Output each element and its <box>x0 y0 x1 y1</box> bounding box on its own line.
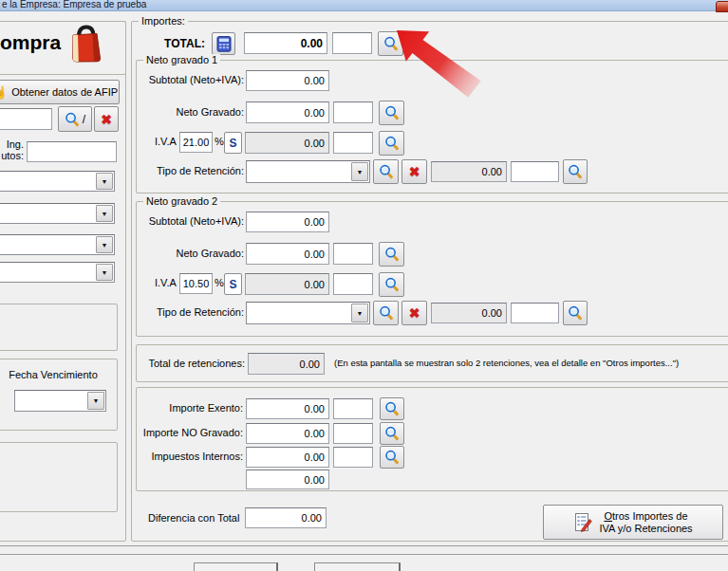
neto-gravado-field[interactable] <box>246 243 329 265</box>
combo-3[interactable]: ▼ <box>0 234 115 255</box>
extra-amount-field[interactable] <box>246 470 329 489</box>
clear-search-button[interactable]: ✖ <box>94 106 119 132</box>
impuestos-internos-aux-field[interactable] <box>333 447 373 468</box>
total-search-button[interactable] <box>378 31 403 56</box>
bottom-partial-button-1[interactable] <box>194 562 278 571</box>
importe-no-gravado-aux-field[interactable] <box>333 423 373 444</box>
neto-gravado-label: Neto Gravado: <box>139 248 244 260</box>
retencion-search-button-2[interactable] <box>563 159 588 184</box>
search-icon <box>379 164 394 179</box>
impuestos-internos-label: Impuestos Internos: <box>137 451 243 463</box>
total-aux-field[interactable] <box>332 32 372 54</box>
iva-s-button[interactable]: S <box>224 273 242 295</box>
importe-exento-field[interactable] <box>246 398 329 419</box>
iva-search-button[interactable] <box>379 272 404 297</box>
search-icon <box>568 305 583 321</box>
bottom-partial-button-2[interactable] <box>314 562 401 571</box>
otros-importes-button[interactable]: Otros Importes deIVA y/o Retenciones <box>543 505 723 540</box>
combo-1[interactable]: ▼ <box>0 171 115 192</box>
retenciones-note: (En esta pantalla se muestran solo 2 ret… <box>334 358 679 368</box>
retencion-delete-button[interactable]: ✖ <box>401 159 427 184</box>
total-amount-field[interactable] <box>244 32 327 54</box>
fecha-vencimiento-box: Fecha Vencimiento ▼ <box>0 359 118 431</box>
iva-s-button[interactable]: S <box>224 132 242 154</box>
retencion-aux-field[interactable] <box>511 161 559 182</box>
iva-amount-field <box>245 273 329 295</box>
chevron-down-icon[interactable]: ▼ <box>351 304 368 322</box>
subtotal-field[interactable] <box>246 70 329 91</box>
retencion-search-button-2[interactable] <box>563 301 588 325</box>
diferencia-field[interactable] <box>245 507 327 528</box>
iva-label: I.V.A <box>155 136 177 148</box>
left-box-c <box>0 442 118 512</box>
chevron-down-icon[interactable]: ▼ <box>351 162 368 181</box>
search-input[interactable] <box>0 108 52 130</box>
combo-3-value <box>0 237 97 252</box>
importe-no-gravado-field[interactable] <box>246 423 329 444</box>
chevron-down-icon[interactable]: ▼ <box>96 236 113 253</box>
iva-label: I.V.A <box>155 277 177 289</box>
delete-x-icon: ✖ <box>409 306 420 320</box>
hand-pointer-icon: ☝ <box>0 85 8 100</box>
retencion-delete-button[interactable]: ✖ <box>401 301 427 325</box>
iva-amount-field <box>245 132 329 154</box>
importe-exento-label: Importe Exento: <box>137 402 243 414</box>
importe-exento-search-button[interactable] <box>380 397 404 420</box>
diferencia-label: Diferencia con Total <box>148 512 239 525</box>
shopping-bag-icon <box>67 25 103 63</box>
fecha-vencimiento-value <box>18 393 88 409</box>
total-retenciones-field <box>248 353 325 375</box>
tipo-retencion-combo[interactable]: ▼ <box>246 160 370 183</box>
search-icon <box>568 164 583 179</box>
search-icon <box>384 401 400 416</box>
calculator-button[interactable] <box>212 32 235 55</box>
impuestos-internos-field[interactable] <box>246 447 329 468</box>
combo-2[interactable]: ▼ <box>0 203 115 224</box>
tipo-retencion-combo[interactable]: ▼ <box>246 302 370 324</box>
calculator-icon <box>216 36 232 52</box>
fecha-vencimiento-label: Fecha Vencimiento <box>1 369 105 381</box>
importe-no-gravado-search-button[interactable] <box>380 422 404 445</box>
iva-pct-input[interactable] <box>179 132 213 153</box>
pct-sign: % <box>215 277 224 289</box>
chevron-down-icon[interactable]: ▼ <box>87 392 104 410</box>
chevron-down-icon[interactable]: ▼ <box>96 264 113 281</box>
tipo-retencion-value <box>250 304 352 322</box>
combo-4[interactable]: ▼ <box>0 262 115 283</box>
neto-gravado-aux-field[interactable] <box>333 243 373 265</box>
afip-button-label: Obtener datos de AFIP <box>11 86 118 98</box>
close-button[interactable] <box>716 1 728 12</box>
ing-brutos-input[interactable] <box>27 141 117 162</box>
delete-x-icon: ✖ <box>409 165 420 178</box>
neto-gravado-search-button[interactable] <box>379 242 404 267</box>
retencion-search-button[interactable] <box>373 159 399 184</box>
ing-brutos-label-line2: utos: <box>0 150 24 162</box>
importe-exento-aux-field[interactable] <box>333 398 373 419</box>
s-label: S <box>229 137 236 150</box>
neto-gravado-search-button[interactable] <box>379 101 404 125</box>
total-retenciones-label: Total de retenciones: <box>140 358 245 370</box>
total-retenciones-box: Total de retenciones: (En esta pantalla … <box>136 344 728 382</box>
title-bar: e la Empresa: Empresa de prueba <box>0 0 728 11</box>
chevron-down-icon[interactable]: ▼ <box>96 205 113 222</box>
neto-gravado-aux-field[interactable] <box>333 101 373 123</box>
fecha-vencimiento-combo[interactable]: ▼ <box>14 390 106 412</box>
subtotal-field[interactable] <box>246 212 329 232</box>
iva-aux-field[interactable] <box>333 132 373 154</box>
iva-pct-input[interactable] <box>179 273 213 294</box>
neto-gravado-2-legend: Neto gravado 2 <box>143 195 220 208</box>
neto-gravado-field[interactable] <box>246 101 329 123</box>
retencion-search-button[interactable] <box>373 301 399 325</box>
iva-aux-field[interactable] <box>333 273 373 295</box>
delete-x-icon: ✖ <box>101 113 112 126</box>
search-button[interactable]: / <box>58 106 92 132</box>
retencion-amount-field <box>431 161 507 182</box>
total-label: TOTAL: <box>142 38 205 50</box>
obtener-datos-afip-button[interactable]: ☝ Obtener datos de AFIP <box>0 80 120 104</box>
retencion-aux-field[interactable] <box>511 303 559 323</box>
chevron-down-icon[interactable]: ▼ <box>96 173 113 190</box>
impuestos-internos-search-button[interactable] <box>380 446 404 469</box>
iva-search-button[interactable] <box>379 131 404 156</box>
left-box-a <box>0 304 118 351</box>
pct-sign: % <box>215 136 224 148</box>
